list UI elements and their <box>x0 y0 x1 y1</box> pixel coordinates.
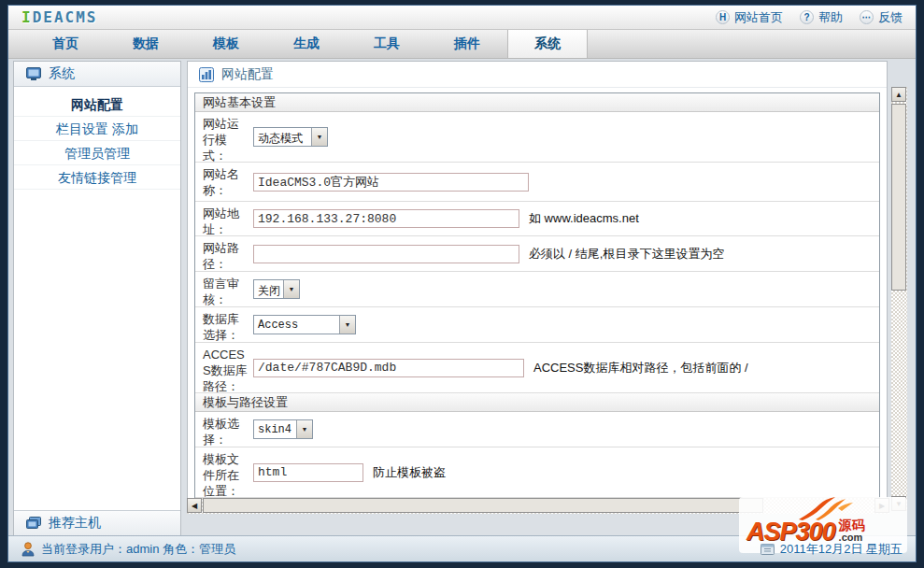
logged-in-user: 当前登录用户：admin 角色：管理员 <box>21 541 235 558</box>
sidebar-item-site-config[interactable]: 网站配置 <box>14 92 180 117</box>
sidebar-item-friend-links[interactable]: 友情链接管理 <box>14 165 180 190</box>
chart-icon <box>199 67 214 82</box>
field-label: 网站路径： <box>195 236 251 271</box>
field-label: 模板选择： <box>195 412 251 447</box>
form-row-site-path: 网站路径： 必须以 / 结尾,根目录下这里设置为空 <box>195 236 879 272</box>
access-db-path-input[interactable] <box>253 359 524 377</box>
field-label: 留言审核： <box>195 272 251 306</box>
tab-home[interactable]: 首页 <box>25 30 106 58</box>
logo-letter-i: I <box>21 8 33 26</box>
form-row-comment-audit: 留言审核： 关闭 ▼ <box>195 272 879 307</box>
section-header-template-path: 模板与路径设置 <box>195 393 879 412</box>
site-home-label: 网站首页 <box>734 9 783 26</box>
site-url-input[interactable] <box>253 209 519 228</box>
vertical-scrollbar-thumb[interactable] <box>891 104 906 291</box>
form-row-template-select: 模板选择： skin4 ▼ <box>195 412 879 447</box>
home-icon: H <box>716 10 730 24</box>
sidebar-menu: 网站配置 栏目设置 添加 管理员管理 友情链接管理 <box>14 87 180 190</box>
sidebar-item-admin-management[interactable]: 管理员管理 <box>14 141 180 165</box>
watermark-yuanma: 源码 <box>839 519 865 532</box>
run-mode-select[interactable]: 动态模式 ▼ <box>253 127 328 147</box>
section-header-basic: 网站基本设置 <box>195 93 879 112</box>
field-label: ACCESS数据库路径： <box>195 343 251 392</box>
feedback-label: 反馈 <box>878 9 903 26</box>
current-date-text: 2011年12月2日 星期五 <box>780 541 903 558</box>
tab-generate[interactable]: 生成 <box>266 30 347 58</box>
monitor-icon <box>26 67 41 80</box>
user-icon <box>21 542 35 557</box>
site-path-input[interactable] <box>253 245 519 263</box>
top-links: H 网站首页 ? 帮助 ⋯ 反馈 <box>716 9 903 26</box>
site-home-link[interactable]: H 网站首页 <box>716 9 783 26</box>
feedback-link[interactable]: ⋯ 反馈 <box>860 9 903 26</box>
template-location-input[interactable] <box>253 463 363 482</box>
horizontal-scrollbar-thumb[interactable] <box>203 498 763 513</box>
tab-template[interactable]: 模板 <box>186 30 266 58</box>
field-label: 数据库选择： <box>195 307 251 342</box>
site-name-input[interactable] <box>253 173 529 192</box>
field-hint: 防止模板被盗 <box>373 464 446 481</box>
form-row-site-name: 网站名称： <box>195 163 879 202</box>
sidebar-header-label: 系统 <box>49 65 75 82</box>
logo-letters-rest: DEACMS <box>33 8 98 26</box>
logo-bar: IDEACMS H 网站首页 ? 帮助 ⋯ 反馈 <box>8 6 916 30</box>
page-title-bar: 网站配置 <box>188 62 887 88</box>
comment-audit-select[interactable]: 关闭 ▼ <box>253 279 300 299</box>
tab-tools[interactable]: 工具 <box>347 30 427 58</box>
logged-in-user-text: 当前登录用户：admin 角色：管理员 <box>41 541 235 558</box>
field-label: 网站地址： <box>195 202 251 235</box>
dropdown-arrow-icon: ▼ <box>296 420 312 438</box>
sidebar-header: 系统 <box>14 62 180 87</box>
calendar-icon <box>761 544 775 555</box>
feedback-icon: ⋯ <box>860 10 874 24</box>
scroll-left-button[interactable]: ◀ <box>187 498 202 513</box>
page-title: 网站配置 <box>221 66 274 83</box>
form-row-database-select: 数据库选择： Access ▼ <box>195 307 879 343</box>
field-hint: 必须以 / 结尾,根目录下这里设置为空 <box>529 246 724 263</box>
field-label: 网站运行模式： <box>195 112 251 162</box>
form-row-run-mode: 网站运行模式： 动态模式 ▼ <box>195 112 879 163</box>
help-icon: ? <box>800 10 814 24</box>
sidebar-footer-label: 推荐主机 <box>49 515 101 532</box>
window-frame: IDEACMS H 网站首页 ? 帮助 ⋯ 反馈 首页 数据 模板 <box>0 0 924 568</box>
tab-data[interactable]: 数据 <box>106 30 186 58</box>
field-label: 网站名称： <box>195 163 251 201</box>
sidebar-item-column-settings[interactable]: 栏目设置 添加 <box>14 117 180 141</box>
tab-system[interactable]: 系统 <box>507 30 588 58</box>
vertical-scrollbar[interactable]: ▲ ▼ <box>891 87 907 511</box>
windows-icon <box>26 517 41 530</box>
help-label: 帮助 <box>818 9 843 26</box>
database-select[interactable]: Access ▼ <box>253 315 356 334</box>
field-hint: 如 www.ideacms.net <box>529 210 639 227</box>
form-row-access-db-path: ACCESS数据库路径： ACCESS数据库相对路径，包括前面的 / <box>195 343 879 393</box>
current-date: 2011年12月2日 星期五 <box>761 541 903 558</box>
field-label: 模板文件所在位置： <box>195 447 251 497</box>
main-panel: 网站配置 网站基本设置 网站运行模式： 动态模式 ▼ 网站名称： <box>187 61 888 513</box>
config-form: 网站基本设置 网站运行模式： 动态模式 ▼ 网站名称： <box>194 92 880 501</box>
app-logo: IDEACMS <box>21 8 97 26</box>
field-hint: ACCESS数据库相对路径，包括前面的 / <box>533 360 748 376</box>
dropdown-arrow-icon: ▼ <box>283 280 299 298</box>
scroll-up-button[interactable]: ▲ <box>891 87 906 102</box>
tab-plugins[interactable]: 插件 <box>427 30 507 58</box>
dropdown-arrow-icon: ▼ <box>311 128 327 146</box>
main-nav: 首页 数据 模板 生成 工具 插件 系统 <box>8 30 916 59</box>
app-window: IDEACMS H 网站首页 ? 帮助 ⋯ 反馈 首页 数据 模板 <box>7 5 917 562</box>
help-link[interactable]: ? 帮助 <box>800 9 843 26</box>
template-select[interactable]: skin4 ▼ <box>253 419 313 439</box>
form-row-template-location: 模板文件所在位置： 防止模板被盗 <box>195 447 879 498</box>
dropdown-arrow-icon: ▼ <box>339 316 355 334</box>
form-row-site-url: 网站地址： 如 www.ideacms.net <box>195 202 879 236</box>
sidebar-footer-recommended-hosts[interactable]: 推荐主机 <box>14 510 180 535</box>
sidebar: 系统 网站配置 栏目设置 添加 管理员管理 友情链接管理 推荐主机 <box>13 61 181 536</box>
